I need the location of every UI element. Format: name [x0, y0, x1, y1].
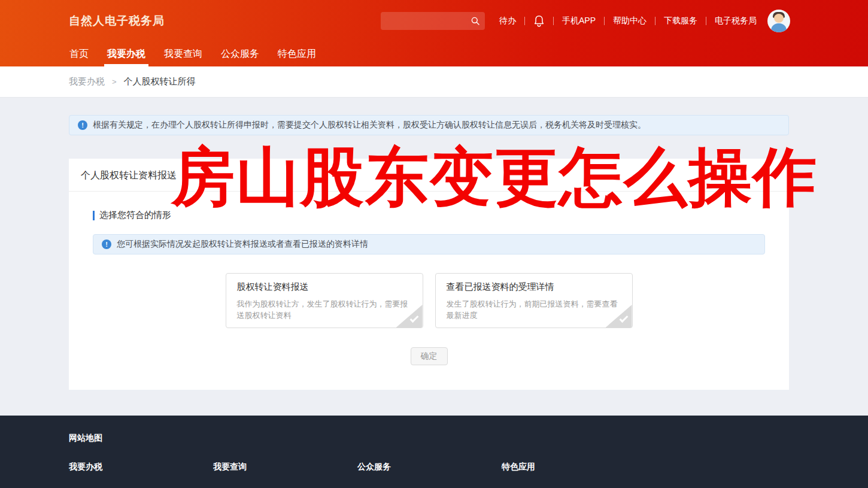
notice-text: 根据有关规定，在办理个人股权转让所得申报时，需要提交个人股权转让相关资料，股权受…: [93, 120, 646, 131]
mobile-app-link[interactable]: 手机APP: [562, 16, 596, 26]
etax-bureau-link[interactable]: 电子税务局: [715, 16, 757, 26]
search-input[interactable]: [387, 17, 471, 26]
section-heading: 选择您符合的情形: [93, 210, 789, 221]
sitemap-title: 网站地图: [69, 433, 868, 444]
header-quick-links: 待办 手机APP 帮助中心 下载服务 电子税务局: [499, 15, 757, 27]
footer-col-inquiry: 我要查询 申报信息查询: [213, 462, 357, 488]
option-card-submit-materials[interactable]: 股权转让资料报送 我作为股权转让方，发生了股权转让行为，需要报送股权转让资料: [226, 273, 423, 328]
option-title: 股权转让资料报送: [237, 281, 412, 293]
header-search[interactable]: [381, 12, 485, 30]
divider: [604, 17, 605, 25]
page-notice-banner: ! 根据有关规定，在办理个人股权转让所得申报时，需要提交个人股权转让相关资料，股…: [69, 115, 789, 135]
footer-col-header[interactable]: 我要办税: [69, 462, 213, 472]
todo-link[interactable]: 待办: [499, 16, 516, 26]
search-icon[interactable]: [471, 16, 480, 26]
option-title: 查看已报送资料的受理详情: [447, 281, 621, 293]
divider: [553, 17, 554, 25]
download-service-link[interactable]: 下载服务: [664, 16, 697, 26]
option-card-view-progress[interactable]: 查看已报送资料的受理详情 发生了股权转让行为，前期已报送资料，需要查看最新进度: [435, 273, 633, 328]
main-content: ! 根据有关规定，在办理个人股权转让所得申报时，需要提交个人股权转让相关资料，股…: [69, 115, 789, 390]
notification-bell-icon[interactable]: [533, 15, 545, 27]
breadcrumb: 我要办税 > 个人股权转让所得: [0, 66, 868, 98]
main-nav: 首页 我要办税 我要查询 公众服务 特色应用: [0, 42, 868, 66]
help-center-link[interactable]: 帮助中心: [613, 16, 647, 26]
section-title: 选择您符合的情形: [99, 210, 171, 221]
site-footer: 网站地图 我要办税 专项附加扣除填报 我要查询 申报信息查询 公众服务 票证查验…: [0, 416, 868, 488]
divider: [69, 191, 789, 192]
breadcrumb-separator-icon: >: [112, 77, 117, 86]
footer-col-featured-apps: 特色应用: [502, 462, 646, 488]
option-cards-row: 股权转让资料报送 我作为股权转让方，发生了股权转让行为，需要报送股权转让资料 查…: [69, 273, 789, 328]
site-logo: 自然人电子税务局: [69, 13, 165, 29]
divider: [524, 17, 525, 25]
tab-public-service[interactable]: 公众服务: [220, 42, 260, 66]
app-header: 自然人电子税务局 待办 手机APP 帮助中心 下载服务 电子税务局: [0, 0, 868, 66]
button-row: 确定: [69, 347, 789, 365]
panel-title: 个人股权转让资料报送: [69, 159, 789, 191]
divider: [655, 17, 655, 25]
header-top-row: 自然人电子税务局 待办 手机APP 帮助中心 下载服务 电子税务局: [0, 0, 868, 42]
tab-tax-handling[interactable]: 我要办税: [107, 42, 146, 66]
option-description: 发生了股权转让行为，前期已报送资料，需要查看最新进度: [447, 298, 621, 321]
option-description: 我作为股权转让方，发生了股权转让行为，需要报送股权转让资料: [237, 298, 412, 321]
divider: [706, 17, 706, 25]
tab-inquiry[interactable]: 我要查询: [163, 42, 203, 66]
avatar-face: [774, 14, 784, 23]
report-panel: 个人股权转让资料报送 选择您符合的情形 ! 您可根据实际情况发起股权转让资料报送…: [69, 159, 789, 390]
info-icon: !: [102, 240, 111, 249]
footer-col-header[interactable]: 公众服务: [357, 462, 502, 472]
footer-col-tax-handling: 我要办税 专项附加扣除填报: [69, 462, 213, 488]
footer-col-header[interactable]: 特色应用: [502, 462, 646, 472]
user-avatar[interactable]: [767, 10, 790, 32]
sitemap-columns: 我要办税 专项附加扣除填报 我要查询 申报信息查询 公众服务 票证查验 特色应用: [69, 462, 868, 488]
info-icon: !: [78, 120, 87, 130]
avatar-shirt: [771, 23, 787, 32]
tip-text: 您可根据实际情况发起股权转让资料报送或者查看已报送的资料详情: [117, 239, 368, 250]
section-tip-banner: ! 您可根据实际情况发起股权转让资料报送或者查看已报送的资料详情: [93, 234, 765, 254]
breadcrumb-parent[interactable]: 我要办税: [69, 76, 105, 87]
breadcrumb-current: 个人股权转让所得: [124, 76, 196, 87]
tab-featured-apps[interactable]: 特色应用: [277, 42, 317, 66]
confirm-button[interactable]: 确定: [411, 347, 448, 365]
section-accent-bar: [93, 211, 95, 220]
tab-home[interactable]: 首页: [69, 42, 89, 66]
footer-col-header[interactable]: 我要查询: [213, 462, 357, 472]
footer-col-public-service: 公众服务 票证查验: [357, 462, 502, 488]
